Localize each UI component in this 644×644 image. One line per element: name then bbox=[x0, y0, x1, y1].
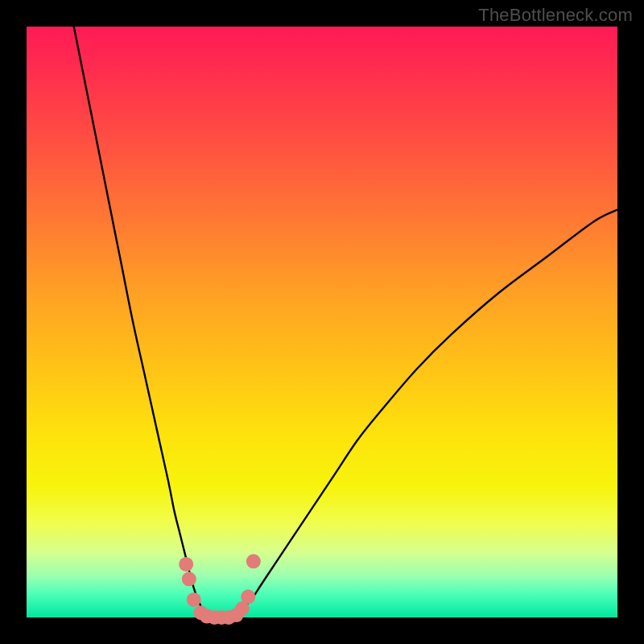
bottleneck-curve bbox=[74, 27, 617, 618]
watermark-text: TheBottleneck.com bbox=[478, 5, 633, 26]
highlight-markers bbox=[179, 554, 261, 625]
highlight-point bbox=[246, 554, 261, 568]
highlight-point bbox=[182, 572, 196, 586]
highlight-point bbox=[241, 589, 255, 604]
highlight-point bbox=[179, 557, 193, 572]
chart-stage: TheBottleneck.com bbox=[0, 0, 644, 644]
highlight-point bbox=[187, 592, 201, 607]
plot-area bbox=[27, 27, 617, 617]
chart-svg bbox=[27, 27, 617, 617]
